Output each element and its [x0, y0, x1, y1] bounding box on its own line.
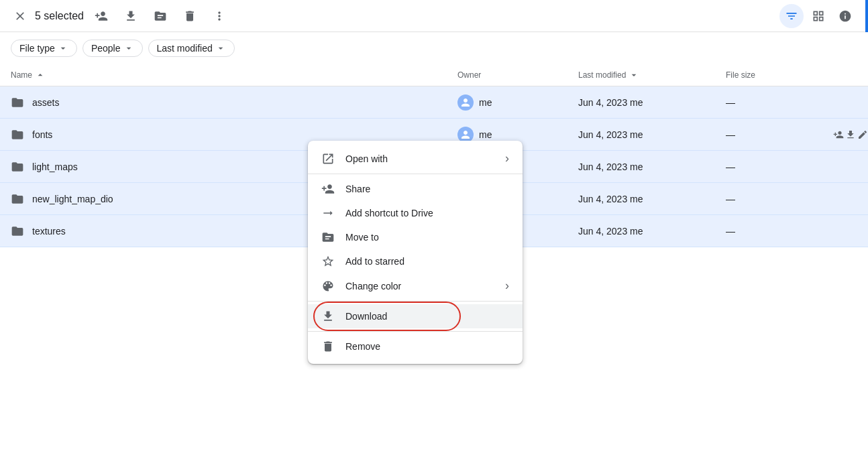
- file-type-filter[interactable]: File type: [11, 40, 77, 57]
- avatar: [457, 94, 474, 111]
- menu-item-label: Share: [345, 184, 509, 194]
- menu-item-move-to[interactable]: Move to: [308, 225, 523, 249]
- more-row-button[interactable]: [833, 157, 852, 176]
- submenu-arrow-icon: ›: [505, 279, 509, 293]
- filter-bar: File type People Last modified: [0, 32, 868, 64]
- table-header: Name Owner Last modified File size: [0, 64, 868, 86]
- menu-item-label: Add shortcut to Drive: [345, 208, 509, 218]
- right-accent-bar: [865, 0, 868, 32]
- add-person-button[interactable]: [833, 125, 844, 144]
- more-options-button[interactable]: [207, 4, 231, 28]
- download-button[interactable]: [119, 4, 143, 28]
- owner-cell: me: [457, 94, 578, 111]
- download-icon: [321, 310, 335, 323]
- filesize-cell: —: [726, 194, 833, 204]
- menu-item-remove[interactable]: Remove: [308, 334, 523, 359]
- toolbar-left: 5 selected: [11, 4, 774, 28]
- menu-divider: [308, 331, 523, 332]
- owner-name: me: [479, 129, 492, 140]
- grid-view-button[interactable]: [806, 4, 830, 28]
- info-button[interactable]: [833, 4, 857, 28]
- edit-row-button[interactable]: [857, 125, 868, 144]
- open-with-icon: [321, 152, 335, 166]
- menu-item-add-shortcut[interactable]: Add shortcut to Drive: [308, 201, 523, 225]
- file-type-label: File type: [19, 43, 55, 54]
- menu-item-label: Remove: [345, 341, 509, 352]
- owner-cell: me: [457, 127, 578, 143]
- col-name-header[interactable]: Name: [11, 70, 457, 80]
- submenu-arrow-icon: ›: [505, 151, 509, 166]
- file-name: assets: [32, 97, 59, 108]
- file-name: light_maps: [32, 161, 78, 172]
- file-name-cell: fonts: [11, 128, 457, 141]
- shortcut-icon: [321, 206, 335, 220]
- menu-item-add-starred[interactable]: Add to starred: [308, 249, 523, 273]
- last-modified-filter[interactable]: Last modified: [148, 40, 235, 57]
- star-icon: [321, 255, 335, 268]
- menu-item-share[interactable]: Share: [308, 177, 523, 201]
- color-icon: [321, 279, 335, 293]
- menu-item-download[interactable]: Download: [308, 304, 523, 328]
- file-name: fonts: [32, 129, 52, 140]
- share-icon: [321, 182, 335, 196]
- last-modified-label: Last modified: [157, 43, 213, 54]
- modified-cell: Jun 4, 2023 me: [578, 194, 726, 204]
- menu-divider: [308, 301, 523, 302]
- move-to-button[interactable]: [148, 4, 172, 28]
- more-row-button[interactable]: [833, 190, 852, 208]
- more-row-button[interactable]: [833, 93, 852, 112]
- remove-icon: [321, 340, 335, 353]
- menu-item-open-with[interactable]: Open with ›: [308, 146, 523, 171]
- col-modified-header[interactable]: Last modified: [578, 70, 726, 80]
- modified-cell: Jun 4, 2023 me: [578, 161, 726, 172]
- col-size-header: File size: [726, 70, 833, 80]
- filesize-cell: —: [726, 161, 833, 172]
- move-to-icon: [321, 231, 335, 244]
- selected-count: 5 selected: [35, 10, 84, 22]
- file-name-cell: assets: [11, 96, 457, 109]
- close-button[interactable]: [11, 7, 30, 25]
- toolbar-right: [779, 4, 857, 28]
- file-name: textures: [32, 226, 66, 237]
- owner-name: me: [479, 97, 492, 108]
- col-owner-header: Owner: [457, 70, 578, 80]
- share-people-button[interactable]: [89, 4, 113, 28]
- filesize-cell: —: [726, 226, 833, 237]
- menu-item-label: Download: [345, 311, 509, 322]
- filter-button[interactable]: [779, 4, 804, 28]
- menu-item-label: Change color: [345, 281, 494, 291]
- file-name: new_light_map_dio: [32, 194, 113, 204]
- modified-cell: Jun 4, 2023 me: [578, 97, 726, 108]
- toolbar: 5 selected: [0, 0, 868, 32]
- table-row[interactable]: assets me Jun 4, 2023 me —: [0, 86, 868, 119]
- context-menu: Open with › Share Add shortcut to Drive …: [308, 141, 523, 364]
- menu-item-label: Move to: [345, 232, 509, 243]
- menu-divider: [308, 174, 523, 174]
- download-row-button[interactable]: [845, 125, 856, 144]
- filesize-cell: —: [726, 97, 833, 108]
- modified-cell: Jun 4, 2023 me: [578, 129, 726, 140]
- people-filter[interactable]: People: [83, 40, 143, 57]
- menu-item-change-color[interactable]: Change color ›: [308, 273, 523, 298]
- delete-button[interactable]: [178, 4, 202, 28]
- avatar: [457, 127, 474, 143]
- modified-cell: Jun 4, 2023 me: [578, 226, 726, 237]
- menu-item-label: Open with: [345, 153, 494, 164]
- menu-item-label: Add to starred: [345, 256, 509, 267]
- more-row-button[interactable]: [833, 222, 852, 241]
- row-actions: [833, 125, 857, 144]
- filesize-cell: —: [726, 129, 833, 140]
- people-label: People: [91, 43, 121, 54]
